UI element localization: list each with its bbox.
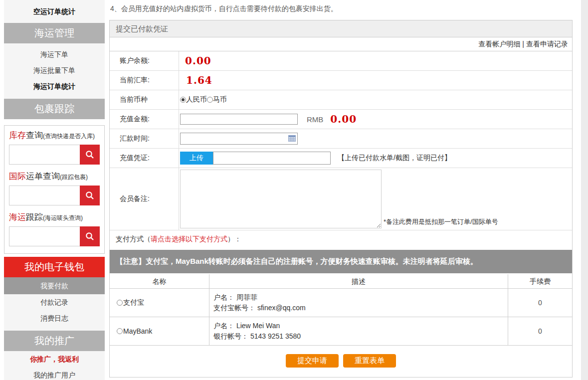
intl-waybill-search-input[interactable] — [9, 186, 80, 205]
links-row: 查看帐户明细|查看申请记录 — [110, 37, 572, 51]
submit-application-button[interactable]: 提交申请 — [286, 354, 339, 368]
stock-search-title: 库存查询(查询快递是否入库) — [9, 130, 100, 141]
header-desc: 描述 — [209, 274, 508, 288]
payment-notice: 【注意】支付宝，MayBank转账时必须备注自己的注册账号，方便财务快速查账审核… — [110, 249, 572, 274]
sidebar-item-promote-rebate[interactable]: 你推广，我返利 — [4, 351, 105, 367]
maybank-radio[interactable] — [117, 328, 123, 334]
remittance-time-input[interactable] — [180, 133, 298, 145]
sidebar-item-air-order-stats[interactable]: 空运订单统计 — [4, 0, 105, 23]
view-apply-records-link[interactable]: 查看申请记录 — [526, 40, 568, 48]
converted-amount-value: 0.00 — [330, 113, 357, 125]
stock-search-title-rest: 查询 — [26, 131, 43, 140]
sea-tracking-search-title: 海运跟踪(海运唛头查询) — [9, 211, 100, 223]
panel-title: 提交已付款凭证 — [110, 20, 572, 37]
remittance-time-row: 汇款时间: — [110, 129, 572, 149]
alipay-account-holder: 户名： 周菲菲 — [213, 292, 508, 303]
main-content: 4、会员用充值好的站内虚拟货币，自行点击需要待付款的包裹安排出货。 提交已付款凭… — [109, 0, 573, 378]
payment-method-prefix: 支付方式（ — [116, 235, 151, 243]
payment-row-maybank[interactable]: MayBank 户名： Liew Mei Wan 银行帐号： 5143 9251… — [110, 317, 572, 346]
intl-waybill-search-title: 国际运单查询(跟踪包裹) — [9, 171, 100, 182]
balance-label: 账户余额: — [110, 51, 179, 70]
intl-waybill-search-button[interactable] — [80, 186, 100, 205]
sidebar-gap — [4, 94, 105, 99]
sidebar-header-my-ewallet[interactable]: 我的电子钱包 — [4, 257, 105, 277]
sidebar-header-my-promotion[interactable]: 我的推广 — [4, 331, 105, 351]
payment-method-accent: 请点击选择以下支付方式 — [151, 235, 227, 243]
maybank-fee: 0 — [508, 317, 572, 345]
recharge-amount-input[interactable] — [180, 114, 298, 125]
member-remark-textarea[interactable] — [180, 170, 382, 228]
sidebar-item-payment-records[interactable]: 付款记录 — [4, 294, 105, 310]
header-fee: 手续费 — [508, 274, 572, 288]
alipay-fee: 0 — [508, 289, 572, 317]
exchange-rate-value: 1.64 — [186, 74, 212, 86]
alipay-name: 支付宝 — [123, 298, 144, 307]
stock-search-button[interactable] — [80, 145, 100, 165]
maybank-account-number: 银行帐号： 5143 9251 3580 — [213, 331, 508, 342]
upload-button[interactable]: 上传 — [180, 152, 213, 165]
sidebar-item-i-want-to-pay[interactable]: 我要付款 — [4, 277, 105, 294]
sidebar-item-sea-order[interactable]: 海运下单 — [4, 43, 105, 62]
sidebar-item-my-promotion-users[interactable]: 我的推广用户 — [4, 367, 105, 380]
form-actions: 提交申请 重置表单 — [110, 346, 572, 377]
maybank-account-holder: 户名： Liew Mei Wan — [213, 321, 508, 331]
member-remark-row: 会员备注: *备注此费用是抵扣那一笔订单/国际单号 — [110, 168, 572, 230]
sea-tracking-search-input[interactable] — [9, 226, 80, 246]
remark-note: *备注此费用是抵扣那一笔订单/国际单号 — [384, 217, 498, 226]
currency-myr-radio[interactable] — [207, 97, 213, 103]
sea-tracking-search-title-note: (海运唛头查询) — [43, 214, 83, 221]
header-name: 名称 — [110, 274, 209, 288]
view-account-detail-link[interactable]: 查看帐户明细 — [478, 40, 520, 48]
payment-method-row: 支付方式（请点击选择以下支付方式）： — [110, 230, 572, 249]
voucher-label: 充值凭证: — [110, 149, 179, 168]
voucher-filename-input[interactable] — [213, 152, 331, 165]
stock-search-input[interactable] — [9, 145, 80, 165]
sea-tracking-search-title-rest: 跟踪 — [26, 212, 43, 222]
balance-row: 账户余额: 0.00 — [110, 51, 572, 71]
sidebar-header-package-tracking[interactable]: 包裹跟踪 — [4, 99, 105, 119]
stock-search-title-note: (查询快递是否入库) — [43, 133, 95, 140]
instruction-text: 4、会员用充值好的站内虚拟货币，自行点击需要待付款的包裹安排出货。 — [109, 0, 573, 20]
alipay-radio[interactable] — [117, 300, 123, 306]
currency-myr-label[interactable]: 马币 — [213, 95, 227, 104]
reset-form-button[interactable]: 重置表单 — [343, 354, 396, 368]
submit-payment-voucher-panel: 提交已付款凭证 查看帐户明细|查看申请记录 账户余额: 0.00 当前汇率: 1… — [109, 20, 573, 378]
member-remark-label: 会员备注: — [110, 168, 179, 230]
search-icon — [85, 190, 95, 200]
calendar-icon[interactable] — [288, 135, 296, 142]
intl-waybill-search-title-rest: 运单查询 — [26, 172, 60, 181]
sidebar-gap — [4, 326, 105, 331]
rmb-unit-label: RMB — [307, 115, 323, 124]
search-icon — [85, 231, 95, 241]
sea-tracking-search-button[interactable] — [80, 226, 100, 246]
sea-tracking-search-title-accent: 海运 — [9, 212, 26, 222]
currency-row: 当前币种 人民币马币 — [110, 90, 572, 110]
payment-methods-table: 名称 描述 手续费 支付宝 户名： 周菲菲 支付宝帐号： sfinex@qq.c… — [110, 274, 572, 346]
voucher-row: 充值凭证: 上传 【上传已付款水单/截图，证明已付】 — [110, 149, 572, 168]
remittance-time-label: 汇款时间: — [110, 129, 179, 148]
recharge-amount-label: 充值金额: — [110, 110, 179, 129]
sidebar: 空运订单统计 海运管理 海运下单 海运批量下单 海运订单统计 包裹跟踪 库存查询… — [4, 0, 105, 380]
balance-value: 0.00 — [185, 55, 211, 67]
sidebar-item-sea-batch-order[interactable]: 海运批量下单 — [4, 62, 105, 78]
payment-table-header: 名称 描述 手续费 — [110, 274, 572, 289]
recharge-amount-row: 充值金额: RMB 0.00 — [110, 110, 572, 129]
exchange-rate-label: 当前汇率: — [110, 71, 179, 90]
maybank-name: MayBank — [123, 327, 152, 335]
intl-waybill-search-title-note: (跟踪包裹) — [60, 174, 88, 181]
currency-rmb-label[interactable]: 人民币 — [186, 95, 207, 104]
exchange-rate-row: 当前汇率: 1.64 — [110, 71, 572, 90]
voucher-hint: 【上传已付款水单/截图，证明已付】 — [338, 154, 451, 163]
sidebar-header-sea-management[interactable]: 海运管理 — [4, 23, 105, 43]
sidebar-item-consumption-log[interactable]: 消费日志 — [4, 310, 105, 326]
currency-label: 当前币种 — [110, 90, 179, 109]
sidebar-item-sea-order-stats[interactable]: 海运订单统计 — [4, 78, 105, 94]
page-right-gutter — [581, 0, 588, 380]
link-separator: | — [522, 40, 524, 48]
currency-rmb-radio[interactable] — [180, 97, 186, 103]
search-icon — [85, 150, 95, 160]
payment-method-suffix: ）： — [227, 235, 241, 243]
payment-row-alipay[interactable]: 支付宝 户名： 周菲菲 支付宝帐号： sfinex@qq.com 0 — [110, 289, 572, 317]
stock-search-title-accent: 库存 — [9, 131, 26, 140]
intl-waybill-search-title-accent: 国际 — [9, 172, 26, 181]
